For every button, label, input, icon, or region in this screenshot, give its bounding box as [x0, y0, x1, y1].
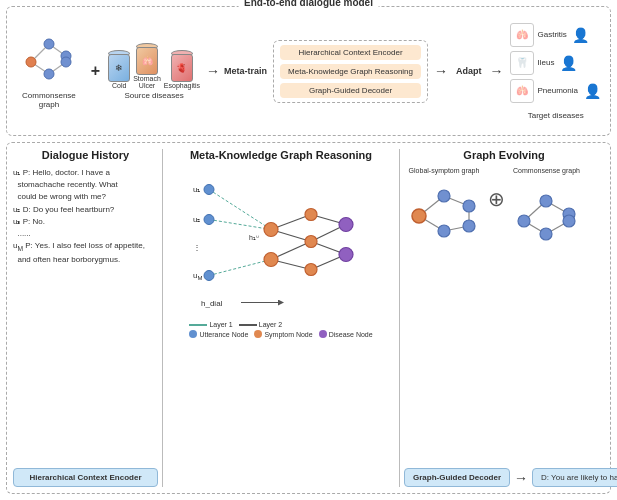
global-symptom-label: Global-symptom graph	[409, 167, 480, 174]
svg-point-53	[518, 215, 530, 227]
top-section: End-to-end dialogue model Commonsense gr…	[6, 6, 611, 136]
e2e-box: Hierarchical Context Encoder Meta-Knowle…	[273, 40, 428, 103]
dialogue-line-7: uM P: Yes. I also feel loss of appetite,	[13, 240, 158, 253]
dialogue-line-5: u₃ P: No.	[13, 216, 158, 227]
hce-box[interactable]: Hierarchical Context Encoder	[13, 468, 158, 487]
svg-point-32	[305, 236, 317, 248]
dialogue-title: Dialogue History	[13, 149, 158, 161]
symptom-label: Symptom Node	[264, 331, 312, 338]
svg-point-6	[44, 39, 54, 49]
svg-point-7	[44, 69, 54, 79]
dialogue-line-6: ......	[13, 228, 158, 239]
e2e-hce: Hierarchical Context Encoder	[280, 45, 421, 60]
plus-sign: +	[89, 62, 102, 80]
adapt-arrow-icon: →	[434, 63, 448, 79]
svg-point-26	[204, 185, 214, 195]
svg-point-43	[412, 209, 426, 223]
svg-point-54	[540, 195, 552, 207]
e2e-mkgr: Meta-Knowledge Graph Reasoning	[280, 64, 421, 79]
e2e-ggd: Graph-Guided Decoder	[280, 83, 421, 98]
commonsense-graph-svg	[21, 34, 76, 89]
svg-text:u₁: u₁	[193, 185, 200, 194]
svg-text:h₁ᵘ: h₁ᵘ	[249, 234, 259, 241]
doctor-icon-3: 👤	[582, 79, 602, 103]
commonsense-graph-area: Commonsense graph	[15, 34, 83, 109]
output-arrow-icon: →	[514, 470, 528, 486]
dialogue-text: u₁ P: Hello, doctor. I have a stomachach…	[13, 167, 158, 464]
dialogue-line-1: u₁ P: Hello, doctor. I have a	[13, 167, 158, 178]
commonsense-evolving-svg	[509, 176, 584, 256]
right-arrow-icon: →	[206, 63, 220, 79]
ileus-label: Ileus	[538, 58, 555, 67]
svg-line-17	[209, 260, 271, 276]
svg-point-34	[339, 218, 353, 232]
esophagitis-label: Esophagitis	[164, 82, 200, 89]
stomach-cylinder: 🫁 Stomach Ulcer	[133, 43, 161, 89]
cold-cylinder: ❄ Cold	[108, 50, 130, 89]
graph-evolving-panel: Graph Evolving Global-symptom graph	[404, 149, 604, 487]
dialogue-panel: Dialogue History u₁ P: Hello, doctor. I …	[13, 149, 158, 487]
svg-point-27	[204, 215, 214, 225]
divider-1	[162, 149, 163, 487]
gastritis-label: Gastritis	[538, 30, 567, 39]
svg-text:u₂: u₂	[193, 215, 200, 224]
gastritis-item: 🫁 Gastritis 👤	[510, 23, 602, 47]
legend-layer1: Layer 1	[189, 321, 232, 328]
svg-line-16	[209, 220, 271, 230]
esophagitis-cylinder: 🫀 Esophagitis	[164, 50, 200, 89]
pneumonia-icon: 🫁	[510, 79, 534, 103]
stomach-label: Stomach	[133, 75, 161, 82]
svg-text:h_dial: h_dial	[201, 299, 223, 308]
dialogue-line-4: u₂ D: Do you feel heartburn?	[13, 204, 158, 215]
svg-text:uM: uM	[193, 271, 202, 281]
target-diseases-label: Target diseases	[510, 111, 602, 120]
dialogue-line-8: and often hear borborygmus.	[13, 254, 158, 265]
pneumonia-item: 🫁 Pneumonia 👤	[510, 79, 602, 103]
source-diseases: ❄ Cold 🫁 Stomach Ulcer 🫀 Esophagitis Sou	[108, 43, 200, 100]
gastritis-icon: 🫁	[510, 23, 534, 47]
global-symptom-graph: Global-symptom graph	[404, 167, 484, 256]
commonsense-evolving-graph: Commonsense graph	[509, 167, 584, 256]
pneumonia-label: Pneumonia	[538, 86, 578, 95]
svg-point-9	[61, 57, 71, 67]
legend-utterance: Utterance Node	[189, 330, 248, 338]
meta-train-arrow: → Meta-train	[206, 63, 267, 79]
legend-symptom: Symptom Node	[254, 330, 312, 338]
graph-reasoning-panel: Meta-Knowledge Graph Reasoning u₁ u₂ ⋮ u…	[167, 149, 395, 487]
disease-label-legend: Disease Node	[329, 331, 373, 338]
svg-point-29	[264, 223, 278, 237]
divider-2	[399, 149, 400, 487]
adapt-arrow: → Adapt →	[434, 63, 504, 79]
legend-disease: Disease Node	[319, 330, 373, 338]
output-row: Graph-Guided Decoder → D: You are likely…	[404, 468, 604, 487]
ileus-item: 🦷 Ileus 👤	[510, 51, 602, 75]
svg-point-28	[204, 271, 214, 281]
svg-point-46	[463, 200, 475, 212]
svg-text:⋮: ⋮	[193, 243, 201, 252]
dialogue-line-3: could be wrong with me?	[13, 191, 158, 202]
global-symptom-svg	[404, 176, 484, 256]
svg-point-35	[339, 248, 353, 262]
main-container: End-to-end dialogue model Commonsense gr…	[0, 0, 617, 500]
legend-row-1: Layer 1 Layer 2	[189, 321, 372, 328]
oplus-symbol: ⊕	[488, 167, 505, 211]
ileus-icon: 🦷	[510, 51, 534, 75]
svg-point-45	[438, 225, 450, 237]
layer1-label: Layer 1	[209, 321, 232, 328]
output-box: D: You are likely to have the ileus.	[532, 468, 617, 487]
target-diseases: 🫁 Gastritis 👤 🦷 Ileus 👤 🫁 Pneumonia 👤 Ta…	[510, 23, 602, 120]
legend-row-2: Utterance Node Symptom Node Disease Node	[189, 330, 372, 338]
commonsense-evolving-label: Commonsense graph	[513, 167, 580, 174]
source-diseases-label: Source diseases	[125, 91, 184, 100]
meta-train-label: Meta-train	[224, 66, 267, 76]
dialogue-line-2: stomachache recently. What	[13, 179, 158, 190]
svg-point-31	[305, 209, 317, 221]
evolving-graphs: Global-symptom graph	[404, 167, 604, 460]
adapt-arrow-icon2: →	[490, 63, 504, 79]
legend-area: Layer 1 Layer 2 Utterance Node Symptom N…	[189, 321, 372, 338]
doctor-icon-2: 👤	[558, 51, 578, 75]
ggd-box[interactable]: Graph-Guided Decoder	[404, 468, 510, 487]
adapt-label: Adapt	[452, 66, 486, 76]
commonsense-label: Commonsense graph	[15, 91, 83, 109]
evolving-title: Graph Evolving	[404, 149, 604, 161]
